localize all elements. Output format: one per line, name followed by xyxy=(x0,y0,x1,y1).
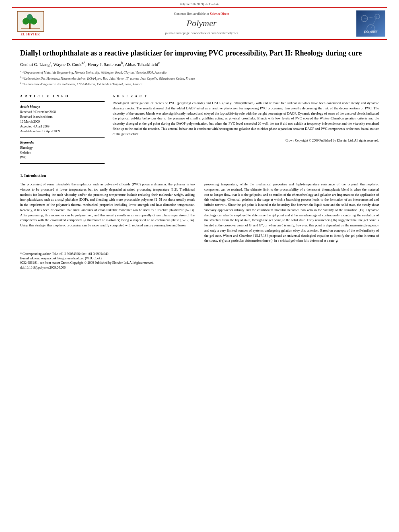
svg-point-5 xyxy=(27,14,33,20)
article-title: Diallyl orthophthalate as a reactive pla… xyxy=(20,49,379,58)
received-date: Received 9 December 2008 xyxy=(20,110,105,115)
article-info-label: A R T I C L E I N F O xyxy=(20,94,105,98)
intro-body: The processing of some intractable therm… xyxy=(20,182,379,243)
history-label: Article history: xyxy=(20,105,105,109)
divider-keywords xyxy=(20,137,105,138)
keyword-1: Rheology xyxy=(20,146,105,150)
footnote-corresponding: * Corresponding author. Tel.: +61 3 9905… xyxy=(20,252,379,256)
elsevier-tree-icon xyxy=(17,11,44,32)
affiliations: a ᵃ Department of Materials Engineering,… xyxy=(20,69,379,87)
svg-text:polymer: polymer xyxy=(364,29,377,33)
abstract-column: A B S T R A C T Rheological investigatio… xyxy=(113,94,379,167)
top-bar: Polymer 50 (2009) 2635–2642 xyxy=(0,0,399,7)
abstract-label: A B S T R A C T xyxy=(113,94,379,98)
journal-title-display: Polymer xyxy=(187,18,217,29)
footnote-section: * Corresponding author. Tel.: +61 3 9905… xyxy=(20,249,379,270)
page-wrapper: Polymer 50 (2009) 2635–2642 ELSEVIER xyxy=(0,0,399,532)
intro-paragraph-left: The processing of some intractable therm… xyxy=(20,182,195,228)
polymer-logo-icon: polymer xyxy=(356,10,385,37)
accepted-date: Accepted 4 April 2009 xyxy=(20,124,105,129)
affiliation-b: b ᵇ Laboratoire Des Materiaux Macromolec… xyxy=(20,75,379,81)
affiliation-a: a ᵃ Department of Materials Engineering,… xyxy=(20,69,379,75)
intro-col-left: The processing of some intractable therm… xyxy=(20,182,195,243)
footnote-doi: doi:10.1016/j.polymer.2009.04.008 xyxy=(20,265,379,270)
author-abbas: Abbas Tcharkhtchi xyxy=(125,62,158,67)
footnote-issn: 0032-3861/$ – see front matter Crown Cop… xyxy=(20,261,379,265)
author-wayne: Wayne D. Cook xyxy=(53,62,82,67)
divider-top xyxy=(20,91,379,91)
svg-rect-1 xyxy=(29,23,31,29)
keywords-label: Keywords: xyxy=(20,141,105,144)
author-sup-c: c xyxy=(158,61,160,65)
sciencedirect-prefix: Contents lists available at xyxy=(174,12,209,16)
main-content: Diallyl orthophthalate as a reactive pla… xyxy=(0,40,399,278)
divider-bottom-info xyxy=(20,163,105,164)
elsevier-logo: ELSEVIER xyxy=(12,10,52,37)
author-sup-b: b xyxy=(121,61,123,65)
copyright-line: Crown Copyright © 2009 Published by Else… xyxy=(113,139,379,142)
polymer-logo-container: polymer xyxy=(351,10,387,37)
author-sup-a: a xyxy=(50,61,51,65)
keyword-2: Gelation xyxy=(20,150,105,155)
divider-info xyxy=(20,101,105,102)
journal-center: Contents lists available at ScienceDirec… xyxy=(52,10,351,37)
introduction-section: 1. Introduction The processing of some i… xyxy=(20,173,379,243)
intro-paragraph-right: processing temperature, while the mechan… xyxy=(204,182,379,243)
intro-col-right: processing temperature, while the mechan… xyxy=(204,182,379,243)
footnote-email: E-mail address: wayne.cook@eng.monash.ed… xyxy=(20,256,379,261)
keyword-3: PVC xyxy=(20,155,105,160)
keywords-section: Keywords: Rheology Gelation PVC xyxy=(20,141,105,160)
received-revised-label: Received in revised form xyxy=(20,115,105,119)
article-history: Article history: Received 9 December 200… xyxy=(20,105,105,134)
journal-ref: Polymer 50 (2009) 2635–2642 xyxy=(180,2,219,6)
revised-date: 16 March 2009 xyxy=(20,119,105,124)
journal-homepage: journal homepage: www.elsevier.com/locat… xyxy=(165,31,238,35)
elsevier-brand: ELSEVIER xyxy=(21,33,40,36)
sciencedirect-link[interactable]: ScienceDirect xyxy=(210,12,229,16)
authors-line: Genhai G. Lianga, Wayne D. Cooka,*, Henr… xyxy=(20,61,379,67)
author-sup-a2: a,* xyxy=(82,61,86,65)
abstract-text: Rheological investigations of blends of … xyxy=(113,101,379,136)
article-info-column: A R T I C L E I N F O Article history: R… xyxy=(20,94,105,167)
sciencedirect-line: Contents lists available at ScienceDirec… xyxy=(174,12,229,16)
author-genhai: Genhai G. Liang xyxy=(20,62,50,67)
polymer-logo-box: polymer xyxy=(356,10,385,37)
online-date: Available online 12 April 2009 xyxy=(20,129,105,134)
section-title: 1. Introduction xyxy=(20,173,379,178)
affiliation-c: c ᶜ Laboratoire d’ingénierie des matéria… xyxy=(20,81,379,87)
journal-header: ELSEVIER Contents lists available at Sci… xyxy=(12,7,387,40)
info-abstract-section: A R T I C L E I N F O Article history: R… xyxy=(20,94,379,167)
author-henry: Henry J. Sautereau xyxy=(88,62,121,67)
